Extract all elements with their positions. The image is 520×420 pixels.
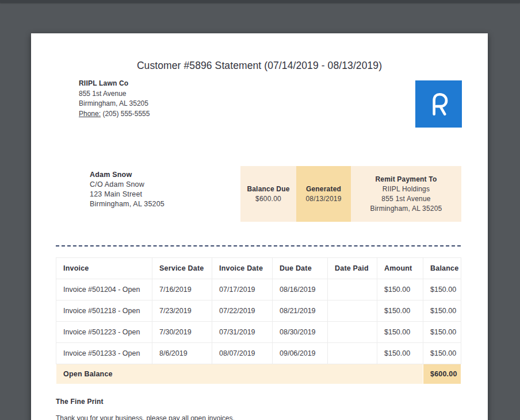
dashed-separator: [56, 245, 461, 246]
customer-street: 123 Main Street: [90, 190, 165, 199]
table-cell: $150.00: [423, 322, 461, 343]
table-header-row: InvoiceService DateInvoice DateDue DateD…: [56, 258, 461, 279]
table-cell: $150.00: [423, 300, 461, 322]
column-header: Date Paid: [328, 258, 377, 279]
column-header: Due Date: [273, 258, 328, 279]
company-name: RIIPL Lawn Co: [79, 79, 150, 89]
remit-street: 855 1st Avenue: [381, 194, 430, 204]
viewer-top-strip: [0, 0, 520, 3]
table-cell: Invoice #501223 - Open: [56, 322, 152, 343]
table-cell: $150.00: [377, 343, 423, 364]
column-header: Amount: [377, 258, 423, 279]
open-balance-row: Open Balance $600.00: [56, 364, 461, 384]
remit-name: RIIPL Holdings: [383, 184, 430, 194]
column-header: Invoice: [56, 258, 152, 279]
table-cell: 7/30/2019: [152, 322, 212, 343]
open-balance-value: $600.00: [423, 364, 461, 384]
customer-city: Birmingham, AL 35205: [90, 199, 165, 209]
table-cell: 7/23/2019: [152, 300, 212, 322]
table-cell: Invoice #501218 - Open: [56, 300, 152, 322]
column-header: Invoice Date: [212, 258, 273, 279]
table-cell: $150.00: [377, 322, 423, 343]
generated-box: Generated 08/13/2019: [296, 166, 351, 222]
table-cell: 08/21/2019: [273, 300, 328, 322]
table-cell: 07/17/2019: [212, 279, 273, 300]
open-balance-label: Open Balance: [56, 364, 423, 384]
column-header: Balance: [423, 258, 461, 279]
table-cell: [328, 300, 377, 322]
remit-label: Remit Payment To: [376, 175, 437, 184]
table-cell: 08/30/2019: [273, 322, 328, 343]
invoice-table: InvoiceService DateInvoice DateDue DateD…: [56, 257, 461, 384]
generated-label: Generated: [306, 184, 341, 194]
balance-due-label: Balance Due: [247, 184, 289, 194]
fine-print-heading: The Fine Print: [56, 398, 104, 406]
table-cell: 07/22/2019: [212, 300, 273, 322]
table-body: Invoice #501204 - Open7/16/201907/17/201…: [56, 279, 461, 364]
balance-due-value: $600.00: [255, 194, 281, 204]
table-cell: [328, 279, 377, 300]
table-cell: 07/31/2019: [212, 322, 273, 343]
table-cell: [328, 343, 377, 364]
customer-address-block: Adam Snow C/O Adam Snow 123 Main Street …: [90, 170, 165, 209]
company-address-block: RIIPL Lawn Co 855 1st Avenue Birmingham,…: [79, 79, 150, 119]
table-row: Invoice #501204 - Open7/16/201907/17/201…: [56, 279, 461, 300]
table-cell: 7/16/2019: [152, 279, 212, 300]
generated-value: 08/13/2019: [305, 194, 341, 204]
table-cell: $150.00: [423, 279, 461, 300]
table-cell: 08/07/2019: [212, 343, 273, 364]
summary-boxes: Balance Due $600.00 Generated 08/13/2019…: [240, 166, 461, 222]
table-cell: $150.00: [377, 279, 423, 300]
table-cell: Invoice #501204 - Open: [56, 279, 152, 300]
company-city: Birmingham, AL 35205: [79, 99, 150, 109]
statement-page: Customer #5896 Statement (07/14/2019 - 0…: [31, 33, 488, 420]
logo-r-icon: [426, 89, 452, 119]
table-row: Invoice #501218 - Open7/23/201907/22/201…: [56, 300, 461, 322]
phone-value: (205) 555-5555: [101, 110, 150, 118]
company-logo: [415, 80, 462, 128]
remit-city: Birmingham, AL 35205: [370, 204, 442, 214]
table-cell: $150.00: [377, 300, 423, 322]
fine-print-message: Thank you for your business, please pay …: [56, 414, 235, 420]
table-cell: 08/16/2019: [273, 279, 328, 300]
table-cell: [328, 322, 377, 343]
table-cell: $150.00: [423, 343, 461, 364]
table-cell: 8/6/2019: [152, 343, 212, 364]
page-title: Customer #5896 Statement (07/14/2019 - 0…: [31, 60, 488, 72]
company-phone: Phone: (205) 555-5555: [79, 109, 150, 120]
phone-label: Phone:: [79, 110, 101, 118]
customer-name: Adam Snow: [90, 170, 165, 180]
table-row: Invoice #501223 - Open7/30/201907/31/201…: [56, 322, 461, 343]
customer-care-of: C/O Adam Snow: [90, 180, 165, 190]
table-cell: 09/06/2019: [273, 343, 328, 364]
balance-due-box: Balance Due $600.00: [240, 166, 296, 222]
company-street: 855 1st Avenue: [79, 89, 150, 99]
column-header: Service Date: [152, 258, 212, 279]
table-cell: Invoice #501233 - Open: [56, 343, 152, 364]
remit-payment-box: Remit Payment To RIIPL Holdings 855 1st …: [351, 166, 461, 222]
table-row: Invoice #501233 - Open8/6/201908/07/2019…: [56, 343, 461, 364]
